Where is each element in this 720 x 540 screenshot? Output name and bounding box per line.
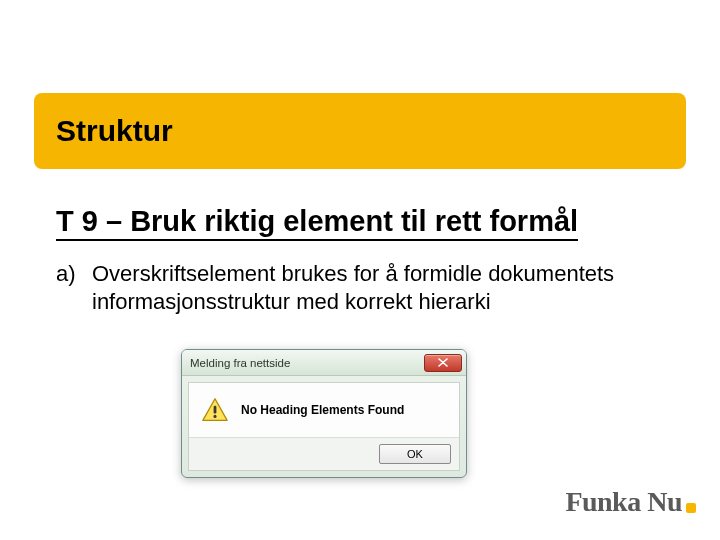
- brand-logo-dot-icon: [686, 503, 696, 513]
- svg-rect-0: [214, 406, 217, 414]
- body-list-item: a) Overskriftselement brukes for å formi…: [56, 260, 636, 315]
- svg-point-1: [213, 415, 216, 418]
- dialog-message: No Heading Elements Found: [241, 403, 404, 417]
- alert-dialog: Melding fra nettside No Heading Elements…: [181, 349, 467, 478]
- warning-icon: [201, 397, 229, 423]
- dialog-button-row: OK: [189, 437, 459, 470]
- dialog-title: Melding fra nettside: [190, 357, 290, 369]
- brand-logo-text: Funka Nu: [565, 486, 682, 518]
- slide-heading: T 9 – Bruk riktig element til rett formå…: [56, 206, 578, 241]
- list-text: Overskriftselement brukes for å formidle…: [92, 260, 636, 315]
- ok-button-label: OK: [407, 448, 423, 460]
- ok-button[interactable]: OK: [379, 444, 451, 464]
- list-marker: a): [56, 260, 92, 315]
- close-icon: [438, 358, 448, 367]
- section-title: Struktur: [56, 114, 173, 148]
- section-title-band: Struktur: [34, 93, 686, 169]
- close-button[interactable]: [424, 354, 462, 372]
- dialog-body: No Heading Elements Found OK: [188, 382, 460, 471]
- dialog-message-row: No Heading Elements Found: [201, 397, 447, 437]
- dialog-titlebar: Melding fra nettside: [182, 350, 466, 376]
- brand-logo: Funka Nu: [565, 486, 696, 518]
